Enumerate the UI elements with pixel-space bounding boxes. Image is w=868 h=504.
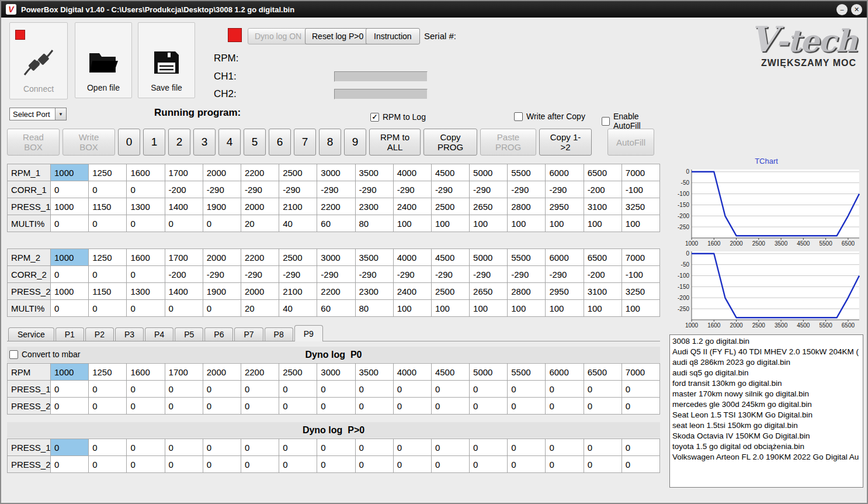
grid-cell[interactable]: 100	[470, 300, 508, 317]
grid-cell[interactable]: 1400	[165, 198, 203, 215]
grid-cell[interactable]: -290	[508, 181, 546, 198]
grid-cell[interactable]: 0	[241, 381, 279, 398]
convert-to-mbar-checkbox[interactable]: Convert to mbar	[9, 350, 80, 359]
tab-p7[interactable]: P7	[234, 327, 263, 341]
grid-cell[interactable]: 1000	[51, 198, 89, 215]
grid-cell[interactable]: -200	[584, 181, 622, 198]
grid-cell[interactable]: 0	[51, 266, 89, 283]
grid-cell[interactable]: 1900	[203, 283, 241, 300]
digit-button-9[interactable]: 9	[344, 129, 366, 156]
grid-cell[interactable]: 2200	[317, 198, 355, 215]
grid-cell[interactable]: 0	[89, 181, 127, 198]
grid-cell[interactable]: 1250	[89, 249, 127, 266]
grid-cell[interactable]: -100	[622, 266, 659, 283]
grid-cell[interactable]: 2000	[241, 198, 279, 215]
grid-cell[interactable]: 0	[127, 398, 165, 415]
tab-p3[interactable]: P3	[115, 327, 144, 341]
grid-cell[interactable]: 0	[470, 456, 508, 473]
file-list[interactable]: 3008 1.2 go digital.binAudi Q5 II (FY FL…	[669, 334, 863, 488]
grid-cell[interactable]: 4000	[393, 364, 431, 381]
file-list-item[interactable]: mercedes gle 300d 245km go digital.bin	[672, 399, 860, 410]
grid-cell[interactable]: 2200	[241, 364, 279, 381]
grid-cell[interactable]: 0	[89, 439, 127, 456]
minimize-button[interactable]: –	[836, 4, 848, 15]
grid-cell[interactable]: 4000	[393, 249, 431, 266]
grid-cell[interactable]: 0	[355, 456, 393, 473]
grid-cell[interactable]: 0	[355, 439, 393, 456]
digit-button-5[interactable]: 5	[244, 129, 266, 156]
grid-cell[interactable]: -290	[203, 181, 241, 198]
grid-cell[interactable]: 0	[165, 381, 203, 398]
file-list-item[interactable]: Volkswagen Arteon FL 2.0 190KM 2022 Go D…	[672, 452, 860, 462]
grid-cell[interactable]: 4500	[431, 164, 469, 181]
grid-cell[interactable]: 100	[584, 300, 622, 317]
grid-cell[interactable]: 0	[241, 398, 279, 415]
grid-cell[interactable]: 0	[431, 398, 469, 415]
grid-cell[interactable]: 6000	[546, 249, 584, 266]
grid-cell[interactable]: -290	[431, 181, 469, 198]
grid-cell[interactable]: 0	[279, 398, 317, 415]
tab-service[interactable]: Service	[8, 327, 54, 341]
grid-cell[interactable]: 60	[317, 215, 355, 232]
grid-cell[interactable]: 0	[127, 215, 165, 232]
grid-cell[interactable]: 2200	[317, 283, 355, 300]
grid-cell[interactable]: 2650	[470, 283, 508, 300]
grid-cell[interactable]: 1700	[165, 249, 203, 266]
grid-cell[interactable]: 3500	[355, 249, 393, 266]
file-list-item[interactable]: Skoda Octavia IV 150KM Go Digital.bin	[672, 431, 860, 441]
grid-cell[interactable]: 0	[89, 215, 127, 232]
tab-p6[interactable]: P6	[204, 327, 233, 341]
grid-cell[interactable]: 0	[622, 456, 659, 473]
grid-cell[interactable]: 0	[431, 381, 469, 398]
grid-cell[interactable]: 20	[241, 215, 279, 232]
grid-cell[interactable]: 2500	[431, 283, 469, 300]
grid-cell[interactable]: 0	[508, 456, 546, 473]
grid-cell[interactable]: 2300	[355, 283, 393, 300]
grid-cell[interactable]: 0	[89, 300, 127, 317]
grid-cell[interactable]: 5000	[470, 164, 508, 181]
tab-p5[interactable]: P5	[175, 327, 203, 341]
grid-cell[interactable]: -290	[546, 266, 584, 283]
digit-button-3[interactable]: 3	[193, 129, 216, 156]
grid-cell[interactable]: 2100	[279, 283, 317, 300]
grid-cell[interactable]: 5500	[508, 364, 546, 381]
grid-cell[interactable]: -290	[470, 181, 508, 198]
grid-cell[interactable]: 0	[89, 456, 127, 473]
grid-cell[interactable]: 2100	[279, 198, 317, 215]
checkbox-icon[interactable]: ✓	[370, 113, 379, 122]
grid-cell[interactable]: 2400	[393, 283, 431, 300]
grid-cell[interactable]: 80	[355, 300, 393, 317]
rpm-to-log-checkbox[interactable]: ✓ RPM to Log	[370, 112, 426, 122]
grid-cell[interactable]: 2800	[508, 283, 546, 300]
grid-cell[interactable]: 0	[584, 439, 622, 456]
grid-cell[interactable]: 2500	[279, 249, 317, 266]
grid-cell[interactable]: -100	[622, 181, 659, 198]
grid-cell[interactable]: 0	[51, 215, 89, 232]
grid-cell[interactable]: 1600	[127, 364, 165, 381]
grid-cell[interactable]: 0	[317, 381, 355, 398]
grid-cell[interactable]: 20	[241, 300, 279, 317]
grid-cell[interactable]: 2200	[241, 249, 279, 266]
tab-p8[interactable]: P8	[265, 327, 293, 341]
tab-p2[interactable]: P2	[85, 327, 114, 341]
grid-cell[interactable]: 5000	[470, 249, 508, 266]
grid-cell[interactable]: 2650	[470, 198, 508, 215]
grid-cell[interactable]: 80	[355, 215, 393, 232]
grid-cell[interactable]: 40	[279, 300, 317, 317]
file-list-item[interactable]: Audi Q5 II (FY FL) 40 TDI MHEV 2.0 150kW…	[672, 347, 860, 357]
close-button[interactable]: ✕	[851, 4, 862, 15]
grid-cell[interactable]: -290	[393, 181, 431, 198]
grid-cell[interactable]: 100	[393, 300, 431, 317]
checkbox-icon[interactable]	[602, 117, 610, 126]
grid-cell[interactable]: 1250	[89, 364, 127, 381]
grid-cell[interactable]: 100	[508, 300, 546, 317]
file-list-item[interactable]: master 170km nowy silnik go digital.bin	[672, 389, 860, 399]
grid-cell[interactable]: 4500	[431, 249, 469, 266]
grid-cell[interactable]: 1000	[51, 283, 89, 300]
grid-cell[interactable]: 1700	[165, 164, 203, 181]
grid-cell[interactable]: 0	[127, 181, 165, 198]
grid-cell[interactable]: 6000	[546, 364, 584, 381]
file-list-item[interactable]: 3008 1.2 go digital.bin	[672, 336, 860, 347]
reset-log-button[interactable]: Reset log P>0	[305, 28, 370, 44]
checkbox-icon[interactable]	[9, 350, 18, 359]
